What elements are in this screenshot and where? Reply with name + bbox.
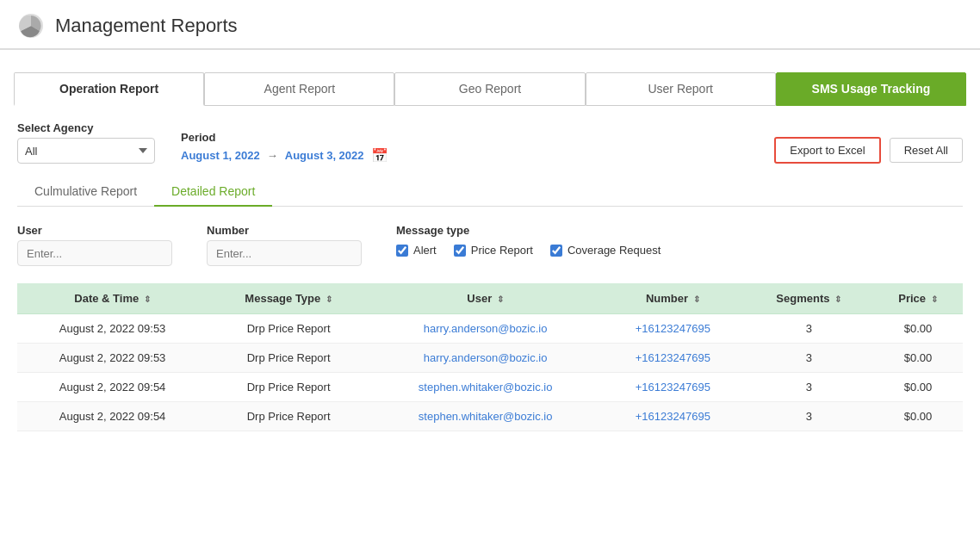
message-type-group: Message type Alert Price Report Coverage…: [396, 224, 661, 257]
message-type-label: Message type: [396, 224, 661, 237]
tab-operation[interactable]: Operation Report: [14, 72, 204, 106]
cell-message-type: Drp Price Report: [208, 314, 369, 344]
cell-user: stephen.whitaker@bozic.io: [369, 373, 601, 402]
col-user[interactable]: User ⇕: [369, 283, 601, 314]
page-header: Management Reports: [0, 0, 980, 49]
cell-number: +16123247695: [601, 344, 744, 373]
cell-number: +16123247695: [601, 373, 744, 402]
user-field-group: User: [17, 224, 172, 266]
sub-tab-detailed[interactable]: Detailed Report: [154, 177, 272, 207]
checkbox-price-report: Price Report: [454, 244, 533, 257]
message-type-checkboxes: Alert Price Report Coverage Request: [396, 244, 661, 257]
number-field-group: Number: [207, 224, 362, 266]
sort-number-icon: ⇕: [693, 294, 700, 304]
cell-price: $0.00: [873, 373, 963, 402]
reset-button[interactable]: Reset All: [890, 138, 963, 163]
sort-message-type-icon: ⇕: [326, 294, 332, 304]
sort-datetime-icon: ⇕: [144, 294, 151, 304]
sort-user-icon: ⇕: [497, 294, 504, 304]
col-price[interactable]: Price ⇕: [873, 283, 963, 314]
period-filter: Period August 1, 2022 → August 3, 2022 📅: [181, 131, 388, 164]
coverage-request-checkbox[interactable]: [550, 245, 562, 257]
number-label: Number: [207, 224, 362, 237]
cell-user: stephen.whitaker@bozic.io: [369, 402, 601, 431]
cell-message-type: Drp Price Report: [208, 344, 369, 373]
main-content: Select Agency All Period August 1, 2022 …: [0, 106, 980, 447]
cell-message-type: Drp Price Report: [208, 373, 369, 402]
cell-user: harry.anderson@bozic.io: [369, 344, 601, 373]
date-arrow-icon: →: [267, 149, 278, 162]
period-label: Period: [181, 131, 388, 144]
search-form-row: User Number Message type Alert Price Rep…: [17, 224, 963, 266]
table-body: August 2, 2022 09:53 Drp Price Report ha…: [17, 314, 963, 431]
agency-select[interactable]: All: [17, 138, 155, 164]
col-number[interactable]: Number ⇕: [601, 283, 744, 314]
page-title: Management Reports: [55, 15, 238, 37]
checkbox-alert: Alert: [396, 244, 437, 257]
price-report-label: Price Report: [471, 244, 533, 257]
cell-message-type: Drp Price Report: [208, 402, 369, 431]
report-table: Date & Time ⇕ Message Type ⇕ User ⇕ Numb…: [17, 283, 963, 431]
filters-row: Select Agency All Period August 1, 2022 …: [17, 121, 963, 164]
cell-number: +16123247695: [601, 402, 744, 431]
table-header: Date & Time ⇕ Message Type ⇕ User ⇕ Numb…: [17, 283, 963, 314]
col-segments[interactable]: Segments ⇕: [745, 283, 873, 314]
cell-datetime: August 2, 2022 09:54: [17, 402, 208, 431]
cell-segments: 3: [745, 314, 873, 344]
table-row: August 2, 2022 09:54 Drp Price Report st…: [17, 373, 963, 402]
user-input[interactable]: [17, 240, 172, 266]
calendar-icon[interactable]: 📅: [371, 147, 388, 164]
user-label: User: [17, 224, 172, 237]
cell-price: $0.00: [873, 402, 963, 431]
cell-number: +16123247695: [601, 314, 744, 344]
col-datetime[interactable]: Date & Time ⇕: [17, 283, 208, 314]
tab-sms[interactable]: SMS Usage Tracking: [776, 72, 966, 106]
tab-agent[interactable]: Agent Report: [204, 72, 394, 106]
table-row: August 2, 2022 09:53 Drp Price Report ha…: [17, 314, 963, 344]
sub-tab-cumulative[interactable]: Culmulative Report: [17, 177, 154, 207]
agency-filter: Select Agency All: [17, 121, 155, 164]
table-row: August 2, 2022 09:53 Drp Price Report ha…: [17, 344, 963, 373]
price-report-checkbox[interactable]: [454, 245, 466, 257]
export-button[interactable]: Export to Excel: [774, 137, 880, 164]
tab-geo[interactable]: Geo Report: [394, 72, 585, 106]
date-to[interactable]: August 3, 2022: [285, 149, 364, 162]
date-range: August 1, 2022 → August 3, 2022 📅: [181, 147, 388, 164]
date-from[interactable]: August 1, 2022: [181, 149, 260, 162]
cell-price: $0.00: [873, 314, 963, 344]
cell-datetime: August 2, 2022 09:53: [17, 344, 208, 373]
cell-datetime: August 2, 2022 09:53: [17, 314, 208, 344]
cell-price: $0.00: [873, 344, 963, 373]
coverage-request-label: Coverage Request: [568, 244, 661, 257]
sort-price-icon: ⇕: [931, 294, 938, 304]
cell-segments: 3: [745, 402, 873, 431]
table-row: August 2, 2022 09:54 Drp Price Report st…: [17, 402, 963, 431]
cell-segments: 3: [745, 344, 873, 373]
app-logo-icon: [17, 12, 45, 40]
action-buttons: Export to Excel Reset All: [774, 137, 963, 164]
cell-datetime: August 2, 2022 09:54: [17, 373, 208, 402]
cell-user: harry.anderson@bozic.io: [369, 314, 601, 344]
number-input[interactable]: [207, 240, 362, 266]
tab-user[interactable]: User Report: [586, 72, 776, 106]
sort-segments-icon: ⇕: [834, 294, 841, 304]
alert-checkbox[interactable]: [396, 245, 408, 257]
col-message-type[interactable]: Message Type ⇕: [208, 283, 369, 314]
checkbox-coverage-request: Coverage Request: [550, 244, 661, 257]
cell-segments: 3: [745, 373, 873, 402]
sub-tabs: Culmulative Report Detailed Report: [17, 177, 963, 207]
main-tabs: Operation Report Agent Report Geo Report…: [0, 62, 980, 106]
alert-label: Alert: [413, 244, 437, 257]
agency-label: Select Agency: [17, 121, 155, 134]
